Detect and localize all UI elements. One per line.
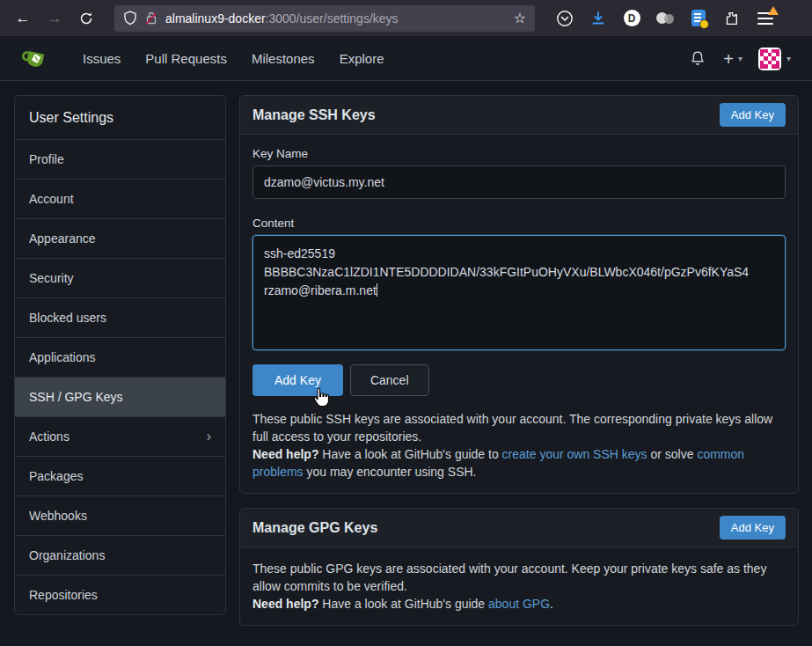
sidebar-item-security[interactable]: Security — [15, 258, 225, 297]
gpg-panel-title: Manage GPG Keys — [252, 520, 377, 536]
url-bar[interactable]: almalinux9-docker:3000/user/settings/key… — [114, 5, 535, 32]
sidebar-item-account[interactable]: Account — [15, 179, 225, 218]
chevron-down-icon: ▾ — [786, 54, 791, 63]
key-name-label: Key Name — [252, 147, 786, 160]
need-help-label: Need help? — [252, 597, 318, 611]
gpg-keys-panel: Manage GPG Keys Add Key These public GPG… — [239, 508, 799, 626]
shield-icon[interactable] — [123, 11, 137, 26]
content-label: Content — [252, 217, 786, 230]
chevron-right-icon: › — [207, 429, 211, 444]
back-arrow-icon: ← — [16, 10, 31, 27]
nav-item-pull-requests[interactable]: Pull Requests — [133, 51, 239, 66]
nav-item-issues[interactable]: Issues — [70, 51, 133, 66]
ssh-panel-title: Manage SSH Keys — [252, 107, 376, 123]
pocket-icon[interactable] — [554, 8, 575, 29]
forward-arrow-icon: → — [48, 10, 62, 27]
circles-extension-icon[interactable] — [655, 8, 676, 29]
avatar — [758, 48, 781, 70]
menu-button[interactable] — [755, 8, 776, 29]
need-help-label: Need help? — [252, 447, 318, 461]
user-menu[interactable]: ▾ — [758, 48, 791, 70]
notifications-bell-icon[interactable] — [688, 49, 707, 69]
duckduckgo-extension-icon[interactable]: D — [621, 8, 642, 29]
document-extension-icon[interactable] — [688, 8, 709, 29]
url-text: almalinux9-docker:3000/user/settings/key… — [165, 11, 507, 26]
insecure-lock-icon[interactable] — [144, 11, 158, 26]
create-new-dropdown[interactable]: + ▾ — [723, 50, 743, 68]
sidebar-item-blocked-users[interactable]: Blocked users — [15, 297, 225, 337]
about-gpg-link[interactable]: about GPG — [488, 597, 550, 611]
url-path: :3000/user/settings/keys — [266, 11, 399, 26]
hamburger-icon — [757, 12, 773, 25]
url-host: almalinux9-docker — [165, 11, 266, 26]
reload-button[interactable] — [72, 5, 100, 32]
forward-button[interactable]: → — [40, 5, 69, 32]
app-navbar: Issues Pull Requests Milestones Explore … — [0, 37, 812, 81]
bookmark-star-icon[interactable]: ☆ — [514, 10, 526, 26]
add-key-submit-button[interactable]: Add Key — [252, 364, 343, 396]
settings-sidebar: User Settings Profile Account Appearance… — [14, 95, 226, 615]
chevron-down-icon: ▾ — [738, 54, 743, 63]
sidebar-item-appearance[interactable]: Appearance — [15, 218, 225, 258]
sidebar-item-profile[interactable]: Profile — [15, 139, 225, 179]
update-badge-icon — [768, 6, 779, 15]
gpg-help-text: These public GPG keys are associated wit… — [252, 560, 786, 613]
gpg-add-key-button[interactable]: Add Key — [720, 516, 786, 540]
create-ssh-keys-link[interactable]: create your own SSH keys — [502, 447, 647, 461]
download-icon[interactable] — [588, 8, 609, 29]
plus-icon: + — [723, 50, 734, 68]
extension-puzzle-icon[interactable] — [721, 8, 743, 29]
ssh-keys-panel: Manage SSH Keys Add Key Key Name Content… — [239, 95, 799, 494]
key-content-textarea[interactable]: ssh-ed25519 BBBBC3NzaC1lZDI1NTE5DDDDIDAN… — [252, 235, 786, 350]
ssh-add-key-header-button[interactable]: Add Key — [720, 103, 786, 127]
sidebar-item-packages[interactable]: Packages — [15, 456, 225, 496]
sidebar-item-ssh-gpg-keys[interactable]: SSH / GPG Keys — [15, 377, 225, 416]
reload-icon — [79, 11, 93, 26]
extension-area: D — [554, 8, 776, 29]
nav-item-milestones[interactable]: Milestones — [239, 51, 327, 66]
browser-toolbar: ← → almalinux9-docker:3000/user/settings… — [0, 0, 812, 37]
sidebar-item-applications[interactable]: Applications — [15, 337, 225, 377]
sidebar-title: User Settings — [15, 96, 225, 139]
cancel-button[interactable]: Cancel — [350, 364, 429, 396]
sidebar-item-webhooks[interactable]: Webhooks — [15, 496, 225, 535]
gitea-logo-icon[interactable] — [21, 45, 51, 73]
nav-item-explore[interactable]: Explore — [327, 51, 397, 66]
key-name-input[interactable] — [252, 165, 786, 199]
sidebar-item-repositories[interactable]: Repositories — [15, 575, 225, 614]
sidebar-item-organizations[interactable]: Organizations — [15, 535, 225, 575]
sidebar-item-actions[interactable]: Actions › — [15, 416, 225, 456]
back-button[interactable]: ← — [9, 5, 37, 32]
text-caret — [377, 283, 377, 297]
ssh-help-text: These public SSH keys are associated wit… — [252, 410, 786, 481]
